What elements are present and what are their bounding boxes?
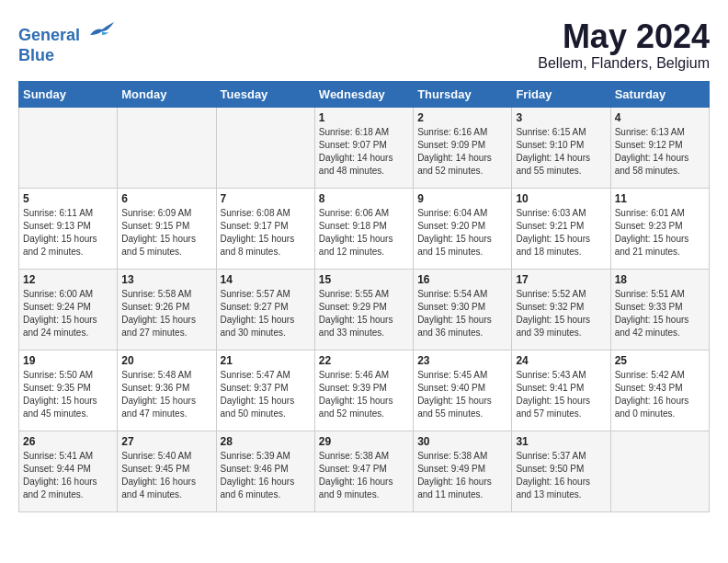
day-info: Sunrise: 6:06 AM Sunset: 9:18 PM Dayligh… (319, 207, 409, 259)
day-header-wednesday: Wednesday (314, 81, 413, 107)
day-number: 30 (417, 435, 507, 448)
day-number: 16 (417, 273, 507, 286)
day-number: 7 (221, 192, 311, 205)
day-number: 2 (417, 111, 507, 124)
calendar-cell: 15Sunrise: 5:55 AM Sunset: 9:29 PM Dayli… (314, 269, 413, 350)
day-number: 10 (516, 192, 606, 205)
calendar-cell: 31Sunrise: 5:37 AM Sunset: 9:50 PM Dayli… (512, 431, 610, 511)
calendar-cell: 19Sunrise: 5:50 AM Sunset: 9:35 PM Dayli… (19, 350, 118, 431)
day-info: Sunrise: 5:46 AM Sunset: 9:39 PM Dayligh… (319, 369, 409, 420)
day-info: Sunrise: 6:11 AM Sunset: 9:13 PM Dayligh… (23, 207, 113, 259)
logo-line1: General (18, 26, 80, 44)
calendar-cell: 25Sunrise: 5:42 AM Sunset: 9:43 PM Dayli… (610, 350, 709, 431)
day-info: Sunrise: 6:03 AM Sunset: 9:21 PM Dayligh… (516, 207, 606, 259)
day-number: 24 (516, 354, 606, 367)
logo: General Blue (18, 18, 116, 65)
day-info: Sunrise: 6:16 AM Sunset: 9:09 PM Dayligh… (417, 126, 507, 178)
week-row-3: 12Sunrise: 6:00 AM Sunset: 9:24 PM Dayli… (19, 269, 710, 350)
day-info: Sunrise: 5:47 AM Sunset: 9:37 PM Dayligh… (221, 369, 311, 420)
day-info: Sunrise: 5:41 AM Sunset: 9:44 PM Dayligh… (23, 450, 113, 501)
day-info: Sunrise: 5:52 AM Sunset: 9:32 PM Dayligh… (516, 288, 606, 339)
day-number: 8 (319, 192, 409, 205)
calendar-cell: 28Sunrise: 5:39 AM Sunset: 9:46 PM Dayli… (216, 431, 314, 511)
calendar-cell: 21Sunrise: 5:47 AM Sunset: 9:37 PM Dayli… (216, 350, 314, 431)
calendar-cell: 13Sunrise: 5:58 AM Sunset: 9:26 PM Dayli… (118, 269, 216, 350)
calendar-cell: 18Sunrise: 5:51 AM Sunset: 9:33 PM Dayli… (610, 269, 709, 350)
day-info: Sunrise: 6:01 AM Sunset: 9:23 PM Dayligh… (615, 207, 705, 259)
day-header-sunday: Sunday (19, 81, 118, 107)
day-info: Sunrise: 6:18 AM Sunset: 9:07 PM Dayligh… (319, 126, 409, 178)
day-number: 26 (23, 435, 113, 448)
calendar-cell: 6Sunrise: 6:09 AM Sunset: 9:15 PM Daylig… (118, 188, 216, 269)
calendar-cell: 9Sunrise: 6:04 AM Sunset: 9:20 PM Daylig… (414, 188, 512, 269)
calendar-cell (19, 107, 118, 188)
calendar-cell: 12Sunrise: 6:00 AM Sunset: 9:24 PM Dayli… (19, 269, 118, 350)
title-area: May 2024 Bellem, Flanders, Belgium (538, 18, 710, 72)
main-title: May 2024 (538, 18, 710, 55)
day-number: 28 (221, 435, 311, 448)
day-info: Sunrise: 6:08 AM Sunset: 9:17 PM Dayligh… (221, 207, 311, 259)
day-number: 18 (615, 273, 705, 286)
calendar-cell: 4Sunrise: 6:13 AM Sunset: 9:12 PM Daylig… (610, 107, 709, 188)
day-number: 29 (319, 435, 409, 448)
logo-bird-icon (88, 18, 116, 40)
day-info: Sunrise: 6:04 AM Sunset: 9:20 PM Dayligh… (417, 207, 507, 259)
day-number: 13 (121, 273, 211, 286)
calendar-cell: 26Sunrise: 5:41 AM Sunset: 9:44 PM Dayli… (19, 431, 118, 511)
day-number: 17 (516, 273, 606, 286)
calendar-cell (610, 431, 709, 511)
day-info: Sunrise: 5:54 AM Sunset: 9:30 PM Dayligh… (417, 288, 507, 339)
day-number: 5 (23, 192, 113, 205)
day-info: Sunrise: 5:58 AM Sunset: 9:26 PM Dayligh… (121, 288, 211, 339)
calendar-cell (118, 107, 216, 188)
calendar-cell: 11Sunrise: 6:01 AM Sunset: 9:23 PM Dayli… (610, 188, 709, 269)
calendar-cell (216, 107, 314, 188)
week-row-5: 26Sunrise: 5:41 AM Sunset: 9:44 PM Dayli… (19, 431, 710, 511)
day-info: Sunrise: 5:37 AM Sunset: 9:50 PM Dayligh… (516, 450, 606, 501)
day-info: Sunrise: 5:38 AM Sunset: 9:49 PM Dayligh… (417, 450, 507, 501)
day-number: 31 (516, 435, 606, 448)
calendar-table: SundayMondayTuesdayWednesdayThursdayFrid… (18, 81, 710, 512)
calendar-cell: 2Sunrise: 6:16 AM Sunset: 9:09 PM Daylig… (414, 107, 512, 188)
day-number: 20 (121, 354, 211, 367)
calendar-cell: 30Sunrise: 5:38 AM Sunset: 9:49 PM Dayli… (414, 431, 512, 511)
calendar-cell: 1Sunrise: 6:18 AM Sunset: 9:07 PM Daylig… (314, 107, 413, 188)
day-number: 21 (221, 354, 311, 367)
day-number: 19 (23, 354, 113, 367)
day-info: Sunrise: 6:13 AM Sunset: 9:12 PM Dayligh… (615, 126, 705, 178)
day-header-friday: Friday (512, 81, 610, 107)
day-info: Sunrise: 5:57 AM Sunset: 9:27 PM Dayligh… (221, 288, 311, 339)
calendar-cell: 29Sunrise: 5:38 AM Sunset: 9:47 PM Dayli… (314, 431, 413, 511)
calendar-cell: 22Sunrise: 5:46 AM Sunset: 9:39 PM Dayli… (314, 350, 413, 431)
week-row-1: 1Sunrise: 6:18 AM Sunset: 9:07 PM Daylig… (19, 107, 710, 188)
day-number: 23 (417, 354, 507, 367)
day-header-saturday: Saturday (610, 81, 709, 107)
day-info: Sunrise: 5:55 AM Sunset: 9:29 PM Dayligh… (319, 288, 409, 339)
day-number: 25 (615, 354, 705, 367)
calendar-cell: 10Sunrise: 6:03 AM Sunset: 9:21 PM Dayli… (512, 188, 610, 269)
day-info: Sunrise: 5:48 AM Sunset: 9:36 PM Dayligh… (121, 369, 211, 420)
calendar-cell: 5Sunrise: 6:11 AM Sunset: 9:13 PM Daylig… (19, 188, 118, 269)
calendar-cell: 17Sunrise: 5:52 AM Sunset: 9:32 PM Dayli… (512, 269, 610, 350)
day-info: Sunrise: 6:15 AM Sunset: 9:10 PM Dayligh… (516, 126, 606, 178)
header-row: SundayMondayTuesdayWednesdayThursdayFrid… (19, 81, 710, 107)
day-info: Sunrise: 6:00 AM Sunset: 9:24 PM Dayligh… (23, 288, 113, 339)
day-number: 27 (121, 435, 211, 448)
day-info: Sunrise: 5:43 AM Sunset: 9:41 PM Dayligh… (516, 369, 606, 420)
calendar-cell: 23Sunrise: 5:45 AM Sunset: 9:40 PM Dayli… (414, 350, 512, 431)
calendar-cell: 3Sunrise: 6:15 AM Sunset: 9:10 PM Daylig… (512, 107, 610, 188)
day-number: 22 (319, 354, 409, 367)
calendar-cell: 8Sunrise: 6:06 AM Sunset: 9:18 PM Daylig… (314, 188, 413, 269)
calendar-cell: 16Sunrise: 5:54 AM Sunset: 9:30 PM Dayli… (414, 269, 512, 350)
day-info: Sunrise: 5:42 AM Sunset: 9:43 PM Dayligh… (615, 369, 705, 420)
day-info: Sunrise: 5:39 AM Sunset: 9:46 PM Dayligh… (221, 450, 311, 501)
day-header-thursday: Thursday (414, 81, 512, 107)
day-info: Sunrise: 5:51 AM Sunset: 9:33 PM Dayligh… (615, 288, 705, 339)
day-header-tuesday: Tuesday (216, 81, 314, 107)
day-number: 14 (221, 273, 311, 286)
calendar-cell: 14Sunrise: 5:57 AM Sunset: 9:27 PM Dayli… (216, 269, 314, 350)
day-number: 11 (615, 192, 705, 205)
calendar-header: SundayMondayTuesdayWednesdayThursdayFrid… (19, 81, 710, 107)
day-info: Sunrise: 5:50 AM Sunset: 9:35 PM Dayligh… (23, 369, 113, 420)
week-row-2: 5Sunrise: 6:11 AM Sunset: 9:13 PM Daylig… (19, 188, 710, 269)
